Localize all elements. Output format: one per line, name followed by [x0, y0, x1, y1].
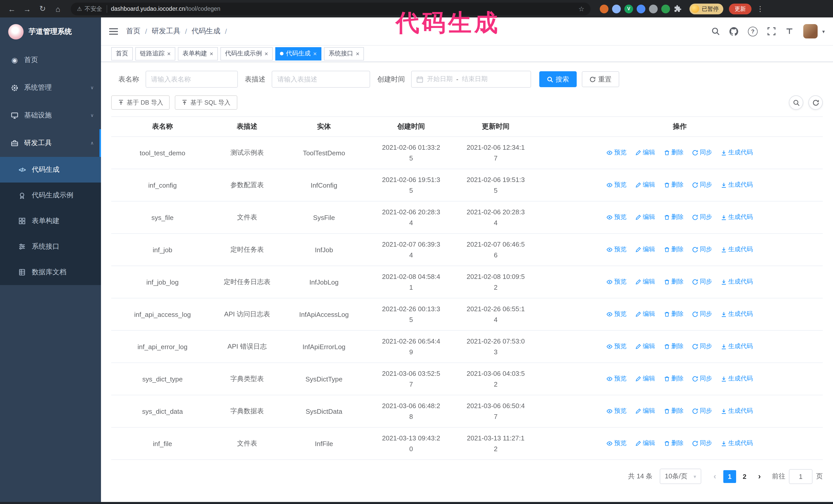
date-range-picker[interactable]: 开始日期 - 结束日期 — [411, 71, 531, 88]
sync-link[interactable]: 同步 — [692, 181, 712, 189]
sync-link[interactable]: 同步 — [692, 342, 712, 351]
browser-forward-icon[interactable]: → — [21, 2, 34, 16]
tab-item[interactable]: 首页 × — [111, 47, 133, 60]
edit-link[interactable]: 编辑 — [635, 245, 655, 254]
refresh-button[interactable] — [808, 95, 823, 110]
user-avatar[interactable] — [803, 24, 818, 39]
import-sql-button[interactable]: 基于 SQL 导入 — [175, 95, 237, 110]
preview-link[interactable]: 预览 — [607, 148, 627, 157]
edit-link[interactable]: 编辑 — [635, 181, 655, 189]
tab-item[interactable]: 代码生成示例 × — [220, 47, 273, 60]
preview-link[interactable]: 预览 — [607, 245, 627, 254]
tab-item[interactable]: 链路追踪 × — [135, 47, 175, 60]
sidebar-item-db-doc[interactable]: 数据库文档 — [0, 259, 101, 285]
preview-link[interactable]: 预览 — [607, 407, 627, 415]
extensions-puzzle-icon[interactable] — [673, 5, 681, 13]
table-desc-input[interactable] — [272, 71, 370, 88]
browser-extension-icon[interactable] — [600, 4, 609, 13]
profile-paused-badge[interactable]: 已暂停 — [689, 3, 723, 14]
sync-link[interactable]: 同步 — [692, 407, 712, 415]
sync-link[interactable]: 同步 — [692, 245, 712, 254]
preview-link[interactable]: 预览 — [607, 439, 627, 448]
breadcrumb-item[interactable]: 首页 — [126, 27, 152, 36]
sidebar-item-system[interactable]: 系统管理 ∨ — [0, 74, 101, 101]
preview-link[interactable]: 预览 — [607, 342, 627, 351]
delete-link[interactable]: 删除 — [664, 407, 684, 415]
browser-extension-icon[interactable] — [649, 4, 658, 13]
generate-code-link[interactable]: 生成代码 — [721, 181, 753, 189]
edit-link[interactable]: 编辑 — [635, 213, 655, 222]
generate-code-link[interactable]: 生成代码 — [721, 310, 753, 319]
preview-link[interactable]: 预览 — [607, 278, 627, 286]
sync-link[interactable]: 同步 — [692, 148, 712, 157]
tab-item[interactable]: 表单构建 × — [178, 47, 218, 60]
tab-close-icon[interactable]: × — [313, 50, 317, 57]
edit-link[interactable]: 编辑 — [635, 439, 655, 448]
delete-link[interactable]: 删除 — [664, 148, 684, 157]
delete-link[interactable]: 删除 — [664, 278, 684, 286]
sidebar-item-codegen-example[interactable]: 代码生成示例 — [0, 183, 101, 208]
next-page-button[interactable]: › — [753, 470, 766, 483]
delete-link[interactable]: 删除 — [664, 375, 684, 383]
sidebar-item-home[interactable]: ◉ 首页 — [0, 46, 101, 74]
sidebar-item-codegen[interactable]: </> 代码生成 — [0, 157, 101, 183]
sync-link[interactable]: 同步 — [692, 213, 712, 222]
edit-link[interactable]: 编辑 — [635, 278, 655, 286]
generate-code-link[interactable]: 生成代码 — [721, 342, 753, 351]
search-icon[interactable] — [712, 27, 720, 35]
search-toggle-button[interactable] — [789, 95, 803, 110]
generate-code-link[interactable]: 生成代码 — [721, 245, 753, 254]
sidebar-item-dev-tools[interactable]: 研发工具 ∧ — [0, 129, 101, 157]
page-number-button[interactable]: 1 — [723, 470, 736, 483]
page-size-select[interactable]: 10条/页 ▾ — [660, 469, 701, 484]
browser-menu-icon[interactable]: ⋮ — [757, 5, 764, 13]
prev-page-button[interactable]: ‹ — [709, 470, 721, 483]
tab-close-icon[interactable]: × — [356, 50, 359, 57]
generate-code-link[interactable]: 生成代码 — [721, 407, 753, 415]
browser-extension-icon[interactable] — [661, 4, 670, 13]
sidebar-item-form-builder[interactable]: 表单构建 — [0, 208, 101, 234]
delete-link[interactable]: 删除 — [664, 181, 684, 189]
generate-code-link[interactable]: 生成代码 — [721, 148, 753, 157]
generate-code-link[interactable]: 生成代码 — [721, 439, 753, 448]
font-size-icon[interactable] — [785, 27, 793, 35]
table-name-input[interactable] — [145, 71, 238, 88]
generate-code-link[interactable]: 生成代码 — [721, 375, 753, 383]
sync-link[interactable]: 同步 — [692, 375, 712, 383]
goto-page-input[interactable] — [789, 469, 812, 484]
address-bar[interactable]: ⚠ 不安全 dashboard.yudao.iocoder.cn/tool/co… — [71, 2, 591, 15]
sidebar-item-infrastructure[interactable]: 基础设施 ∨ — [0, 101, 101, 129]
breadcrumb-item[interactable]: 代码生成 — [192, 27, 232, 36]
bookmark-star-icon[interactable]: ☆ — [578, 5, 585, 13]
tab-close-icon[interactable]: × — [210, 50, 213, 57]
tab-item[interactable]: 代码生成 × — [275, 47, 322, 60]
edit-link[interactable]: 编辑 — [635, 148, 655, 157]
preview-link[interactable]: 预览 — [607, 213, 627, 222]
page-number-button[interactable]: 2 — [738, 470, 751, 483]
sync-link[interactable]: 同步 — [692, 278, 712, 286]
tab-close-icon[interactable]: × — [167, 50, 171, 57]
sync-link[interactable]: 同步 — [692, 310, 712, 319]
tab-close-icon[interactable]: × — [264, 50, 268, 57]
edit-link[interactable]: 编辑 — [635, 375, 655, 383]
chevron-down-icon[interactable]: ▾ — [822, 28, 825, 34]
tab-item[interactable]: 系统接口 × — [324, 47, 364, 60]
edit-link[interactable]: 编辑 — [635, 407, 655, 415]
sync-link[interactable]: 同步 — [692, 439, 712, 448]
fullscreen-icon[interactable] — [767, 27, 776, 35]
breadcrumb-item[interactable]: 研发工具 — [152, 27, 192, 36]
generate-code-link[interactable]: 生成代码 — [721, 278, 753, 286]
preview-link[interactable]: 预览 — [607, 310, 627, 319]
browser-home-icon[interactable]: ⌂ — [51, 2, 65, 16]
edit-link[interactable]: 编辑 — [635, 310, 655, 319]
delete-link[interactable]: 删除 — [664, 310, 684, 319]
preview-link[interactable]: 预览 — [607, 181, 627, 189]
sidebar-item-system-api[interactable]: 系统接口 — [0, 234, 101, 259]
import-db-button[interactable]: 基于 DB 导入 — [111, 95, 170, 110]
delete-link[interactable]: 删除 — [664, 439, 684, 448]
help-icon[interactable]: ? — [748, 26, 758, 36]
delete-link[interactable]: 删除 — [664, 342, 684, 351]
browser-extension-icon[interactable]: V — [624, 4, 633, 13]
github-icon[interactable] — [730, 27, 738, 35]
generate-code-link[interactable]: 生成代码 — [721, 213, 753, 222]
